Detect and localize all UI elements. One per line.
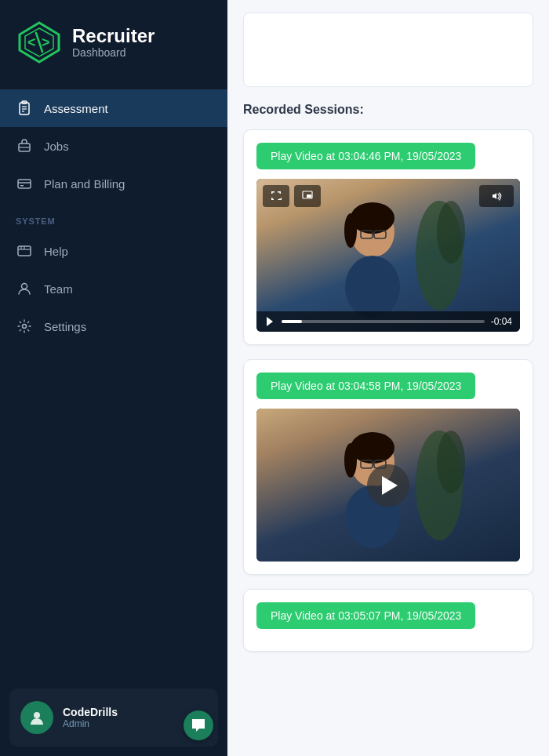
sidebar-item-plan-billing-label: Plan and Billing xyxy=(44,177,125,191)
svg-point-21 xyxy=(34,712,40,718)
clipboard-icon xyxy=(16,100,33,117)
avatar xyxy=(20,701,53,734)
sidebar-item-settings-label: Settings xyxy=(44,320,86,333)
svg-point-37 xyxy=(351,432,394,463)
svg-point-20 xyxy=(23,325,27,329)
video-player-1: -0:04 xyxy=(256,179,520,332)
video-card-2: Play Video at 03:04:58 PM, 19/05/2023 xyxy=(243,359,533,575)
profile-name: CodeDrills xyxy=(63,706,118,718)
chat-bubble[interactable] xyxy=(184,711,213,740)
recorded-sessions-title: Recorded Sessions: xyxy=(243,103,533,117)
logo-text: Recruiter Dashboard xyxy=(72,26,155,59)
expand-controls xyxy=(263,185,321,207)
volume-btn[interactable] xyxy=(479,185,514,207)
system-label: SYSTEM xyxy=(0,202,227,232)
svg-point-19 xyxy=(22,284,27,289)
svg-rect-14 xyxy=(20,185,24,187)
svg-text:<: < xyxy=(27,35,36,50)
partial-top-card xyxy=(243,13,533,87)
svg-point-30 xyxy=(345,256,400,318)
profile-info: CodeDrills Admin xyxy=(63,706,118,729)
play-overlay-2[interactable] xyxy=(367,464,409,507)
logo-icon: < > xyxy=(16,19,63,66)
settings-icon xyxy=(16,318,33,335)
expand-btn[interactable] xyxy=(263,185,289,207)
svg-point-26 xyxy=(344,213,357,248)
time-display-1: -0:04 xyxy=(491,316,512,327)
play-video-btn-1[interactable]: Play Video at 03:04:46 PM, 19/05/2023 xyxy=(256,143,475,169)
sidebar-item-team[interactable]: Team xyxy=(0,270,227,307)
sidebar-item-help-label: Help xyxy=(44,245,68,258)
svg-point-23 xyxy=(437,201,465,264)
video-card-3: Play Video at 03:05:07 PM, 19/05/2023 xyxy=(243,589,533,652)
play-triangle-2 xyxy=(382,476,398,495)
card-icon xyxy=(16,175,33,192)
logo-dashboard: Dashboard xyxy=(72,46,155,59)
svg-marker-33 xyxy=(267,317,273,326)
team-icon xyxy=(16,280,33,297)
play-pause-btn-1[interactable] xyxy=(264,316,275,327)
recorded-sessions-section: Recorded Sessions: Play Video at 03:04:4… xyxy=(227,87,549,652)
svg-rect-32 xyxy=(307,194,311,198)
nav-section: Assessment Jobs Plan and Bil xyxy=(0,89,227,679)
sidebar-item-assessment-label: Assessment xyxy=(44,102,108,115)
svg-rect-12 xyxy=(18,180,31,188)
briefcase-icon xyxy=(16,137,33,154)
pip-btn[interactable] xyxy=(294,185,321,207)
video-controls-bottom-1: -0:04 xyxy=(256,311,520,332)
sidebar-item-assessment[interactable]: Assessment xyxy=(0,89,227,127)
help-icon xyxy=(16,242,33,260)
logo-recruiter: Recruiter xyxy=(72,26,155,46)
logo-area: < > Recruiter Dashboard xyxy=(0,0,227,82)
video-player-2 xyxy=(256,409,520,562)
sidebar-item-jobs-label: Jobs xyxy=(44,140,69,153)
sidebar: < > Recruiter Dashboard Assessment xyxy=(0,0,227,756)
progress-fill-1 xyxy=(282,320,302,323)
sidebar-item-plan-billing[interactable]: Plan and Billing xyxy=(0,165,227,202)
sidebar-item-jobs[interactable]: Jobs xyxy=(0,127,227,165)
svg-point-38 xyxy=(344,443,357,478)
sidebar-item-team-label: Team xyxy=(44,282,73,296)
main-content: Recorded Sessions: Play Video at 03:04:4… xyxy=(227,0,549,756)
video-controls-top-1 xyxy=(263,185,514,207)
progress-bar-1[interactable] xyxy=(282,320,485,323)
play-video-btn-2[interactable]: Play Video at 03:04:58 PM, 19/05/2023 xyxy=(256,373,475,399)
svg-text:>: > xyxy=(42,35,50,50)
profile-role: Admin xyxy=(63,718,118,729)
sidebar-item-help[interactable]: Help xyxy=(0,232,227,270)
svg-point-35 xyxy=(437,431,465,493)
video-card-1: Play Video at 03:04:46 PM, 19/05/2023 xyxy=(243,129,533,345)
sidebar-item-settings[interactable]: Settings xyxy=(0,307,227,345)
play-video-btn-3[interactable]: Play Video at 03:05:07 PM, 19/05/2023 xyxy=(256,602,475,629)
